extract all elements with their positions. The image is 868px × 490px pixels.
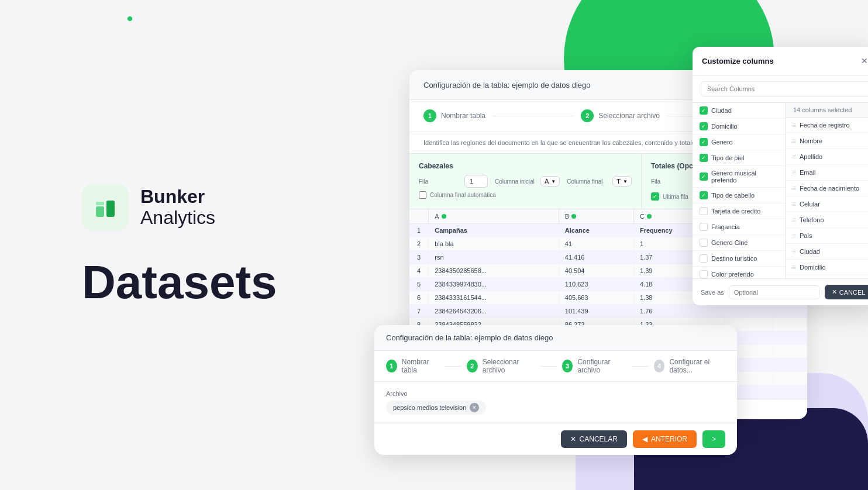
- cell-num: 5: [409, 278, 429, 291]
- drag-icon: ≡: [792, 153, 796, 161]
- left-col-item[interactable]: ✓Domicilio: [693, 119, 786, 134]
- logo-text: Bunker Analytics: [140, 187, 215, 229]
- ultima-fila-checkbox[interactable]: ✓: [651, 192, 659, 201]
- cancelar-button[interactable]: ✕ CANCELAR: [561, 430, 627, 448]
- left-col-item[interactable]: Color preferido: [693, 267, 786, 278]
- drag-icon: ≡: [792, 247, 796, 256]
- right-col-label: Telefono: [800, 216, 824, 223]
- cell-e: [773, 318, 807, 332]
- col-final-value: T: [616, 178, 621, 185]
- right-col-item[interactable]: ≡Domicilio✕: [786, 260, 868, 275]
- siguiente-arrow-icon: >: [712, 435, 716, 443]
- right-col-label: Pais: [800, 232, 812, 239]
- col-final-arrow: ▼: [623, 179, 628, 184]
- left-col-item[interactable]: ✓Ciudad: [693, 103, 786, 119]
- cabezales-fila-row: Fila Columna inicial A ▼ Columna final T…: [419, 175, 632, 188]
- anterior-button[interactable]: ◀ ANTERIOR: [633, 430, 697, 448]
- col-item-label: Tarjeta de credito: [711, 208, 760, 215]
- second-card-header: Configuración de la tabla: ejemplo de da…: [374, 325, 737, 351]
- siguiente-button[interactable]: >: [702, 430, 725, 448]
- archivo-tag-text: pepsico medios television: [393, 404, 466, 411]
- svg-rect-2: [96, 202, 104, 205]
- cell-b: 110.623: [559, 278, 633, 291]
- customize-header: Customize columns ✕: [693, 47, 868, 75]
- cell-a: 2384264543206...: [429, 305, 559, 318]
- cabezales-checkbox-label: Columna final automática: [430, 192, 496, 198]
- archivo-label: Archivo: [386, 390, 486, 397]
- left-col-item[interactable]: ✓Tipo de cabello: [693, 188, 786, 203]
- page-title: Datasets: [82, 259, 374, 306]
- left-col-item[interactable]: ✓Genero: [693, 134, 786, 150]
- right-col-label: Fecha de nacimiento: [800, 185, 859, 192]
- cabezales-title: Cabezales: [419, 162, 632, 170]
- col-count: 14 columns selected: [786, 103, 868, 118]
- dot-c: [647, 214, 652, 219]
- right-col-item[interactable]: ≡Genero✕: [786, 275, 868, 278]
- cabezales-checkbox[interactable]: [419, 191, 426, 199]
- cancel-button[interactable]: ✕ CANCEL: [825, 285, 868, 299]
- save-as-input[interactable]: [729, 285, 820, 299]
- right-col-item[interactable]: ≡Celular✕: [786, 196, 868, 212]
- col-item-label: Color preferido: [711, 271, 754, 278]
- left-col-item[interactable]: Destino turistico: [693, 251, 786, 267]
- customize-columns-panel: Customize columns ✕ ✓Ciudad✓Domicilio✓Ge…: [693, 47, 868, 305]
- second-card-body: Archivo pepsico medios television ✕: [374, 382, 737, 423]
- col-checkbox-unchecked: [700, 239, 708, 247]
- right-col-item[interactable]: ≡Pais✕: [786, 228, 868, 244]
- col-item-label: Genero Cine: [711, 239, 748, 246]
- col-checkbox-checked: ✓: [700, 106, 708, 115]
- right-col-item[interactable]: ≡Email✕: [786, 165, 868, 181]
- anterior-arrow-icon: ◀: [642, 435, 647, 443]
- left-col-item[interactable]: Fragancia: [693, 219, 786, 235]
- customize-footer: Save as ✕ CANCEL ✓ APPLY: [693, 278, 868, 305]
- cell-e: [773, 345, 807, 358]
- second-step-1-label: Nombrar tabla: [402, 358, 440, 374]
- customize-close-button[interactable]: ✕: [859, 55, 868, 67]
- ultima-fila-label: Ultima fila: [663, 194, 688, 200]
- step-1: 1 Nombrar tabla: [423, 109, 485, 122]
- second-step-1-num: 1: [386, 360, 397, 372]
- left-col-item[interactable]: ✓Genero musical preferido: [693, 166, 786, 188]
- customize-left-col: ✓Ciudad✓Domicilio✓Genero✓Tipo de piel✓Ge…: [693, 103, 786, 278]
- right-col-label: Domicilio: [800, 264, 826, 271]
- cell-b: 41: [559, 237, 633, 251]
- logo-icon: [82, 184, 129, 231]
- right-col-item[interactable]: ≡Apellido✕: [786, 149, 868, 165]
- cell-b: 40.504: [559, 264, 633, 278]
- cell-e: [773, 305, 807, 318]
- right-col-label: Celular: [800, 201, 820, 208]
- cabezales-checkbox-row: Columna final automática: [419, 191, 632, 199]
- col-item-label: Ciudad: [711, 107, 732, 114]
- cancelar-x-icon: ✕: [570, 435, 576, 443]
- second-step-1: 1 Nombrar tabla: [386, 358, 440, 374]
- customize-title: Customize columns: [702, 57, 774, 65]
- svg-rect-0: [96, 206, 104, 217]
- col-checkbox-unchecked: [700, 270, 708, 278]
- col-checkbox-checked: ✓: [700, 172, 708, 181]
- th-num: [409, 209, 429, 224]
- cabezales-section: Cabezales Fila Columna inicial A ▼ Colum…: [409, 154, 642, 209]
- right-col-item[interactable]: ≡Fecha de nacimiento✕: [786, 181, 868, 196]
- archivo-tag: pepsico medios television ✕: [386, 401, 486, 415]
- left-col-item[interactable]: Genero Cine: [693, 235, 786, 251]
- right-col-item[interactable]: ≡Fecha de registro✕: [786, 118, 868, 133]
- right-col-label: Ciudad: [800, 248, 820, 255]
- right-col-label: Email: [800, 169, 816, 176]
- left-col-item[interactable]: ✓Tipo de piel: [693, 150, 786, 166]
- second-step-3: 3 Configurar archivo: [562, 358, 627, 374]
- col-item-label: Tipo de cabello: [711, 192, 755, 199]
- cabezales-fila-input[interactable]: [464, 175, 488, 188]
- customize-search-area: [693, 75, 868, 103]
- cell-num: 6: [409, 291, 429, 305]
- archivo-remove-button[interactable]: ✕: [470, 403, 479, 412]
- drag-icon: ≡: [792, 200, 796, 208]
- right-col-label: Nombre: [800, 137, 822, 144]
- right-col-item[interactable]: ≡Telefono✕: [786, 212, 868, 228]
- col-item-label: Genero musical preferido: [711, 170, 779, 184]
- left-col-item[interactable]: Tarjeta de credito: [693, 203, 786, 219]
- right-col-item[interactable]: ≡Ciudad✕: [786, 244, 868, 260]
- cell-a: bla bla: [429, 237, 559, 251]
- right-col-item[interactable]: ≡Nombre✕: [786, 133, 868, 149]
- customize-search-input[interactable]: [701, 81, 868, 96]
- cell-b: 41.416: [559, 251, 633, 264]
